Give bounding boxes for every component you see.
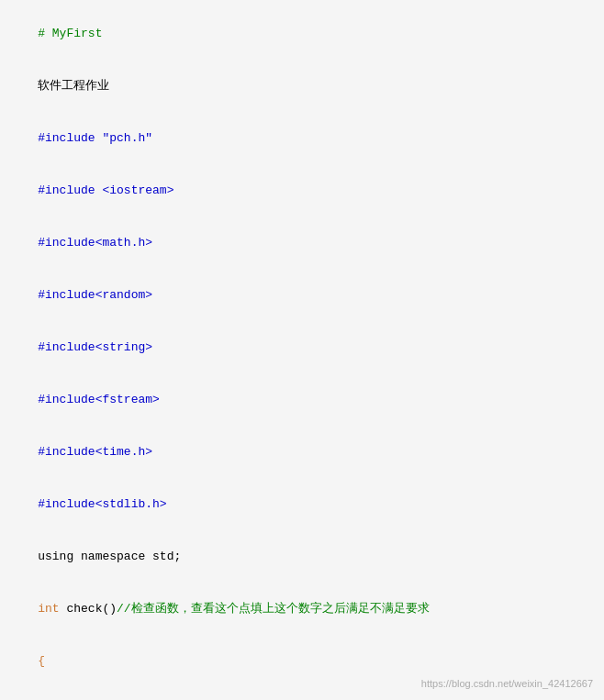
- comment-myfirst: # MyFirst: [38, 27, 102, 40]
- code-line-4: #include <iostream>: [9, 164, 595, 217]
- code-line-3: #include "pch.h": [9, 112, 595, 164]
- code-line-6: #include<random>: [9, 269, 595, 321]
- using-namespace: using namespace std;: [38, 550, 181, 563]
- code-line-9: #include<time.h>: [9, 426, 595, 478]
- code-line-2: 软件工程作业: [9, 60, 595, 112]
- code-line-10: #include<stdlib.h>: [9, 478, 595, 530]
- code-line-7: #include<string>: [9, 321, 595, 373]
- text-chinese-title: 软件工程作业: [38, 79, 109, 93]
- code-line-11: using namespace std;: [9, 530, 595, 583]
- watermark: https://blog.csdn.net/weixin_42412667: [421, 678, 593, 689]
- include-fstream: #include<fstream>: [38, 393, 160, 406]
- code-line-8: #include<fstream>: [9, 373, 595, 426]
- code-line-12: int check()//检查函数，查看这个点填上这个数字之后满足不满足要求: [9, 583, 595, 635]
- code-line-1: # MyFirst: [9, 7, 595, 60]
- code-editor: # MyFirst 软件工程作业 #include "pch.h" #inclu…: [0, 0, 604, 700]
- include-pch: #include "pch.h": [38, 131, 152, 145]
- func-check-signature: check(): [60, 602, 117, 616]
- include-random: #include<random>: [38, 288, 152, 302]
- include-stdlib: #include<stdlib.h>: [38, 497, 166, 511]
- include-string: #include<string>: [38, 340, 152, 354]
- include-iostream: #include <iostream>: [38, 183, 173, 197]
- include-time: #include<time.h>: [38, 445, 152, 459]
- include-math: #include<math.h>: [38, 236, 152, 250]
- code-line-5: #include<math.h>: [9, 217, 595, 269]
- keyword-int-check: int: [38, 602, 59, 616]
- code-line-14: [9, 687, 595, 700]
- brace-open-check: {: [38, 654, 45, 668]
- comment-check: //检查函数，查看这个点填上这个数字之后满足不满足要求: [117, 602, 430, 616]
